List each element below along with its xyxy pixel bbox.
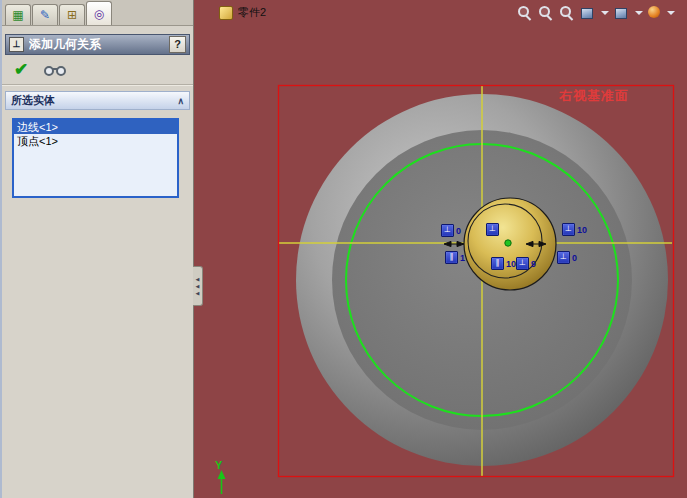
collapse-arrows-icon: ◀ ◀ ◀ [196, 276, 200, 297]
section-header-label: 所选实体 [11, 93, 55, 108]
selected-entities-header[interactable]: 所选实体 ∧ [5, 91, 190, 110]
list-item[interactable]: 顶点<1> [14, 134, 177, 148]
relation-marker[interactable]: ∥10 [491, 257, 516, 270]
zoom-area-icon[interactable] [537, 4, 554, 21]
display-style-caret[interactable] [634, 4, 643, 21]
chevron-up-icon[interactable]: ∧ [177, 96, 184, 106]
axis-y-arrow-icon [217, 470, 227, 496]
datum-plane-label[interactable]: 右视基准面 [559, 87, 629, 105]
dimension-value: 9 [531, 259, 536, 269]
display-style-icon[interactable] [613, 4, 630, 21]
configuration-tab-icon: ⊞ [67, 9, 77, 21]
panel-collapse-handle[interactable]: ◀ ◀ ◀ [193, 266, 203, 306]
relation-glyph-icon: ⊥ [441, 224, 454, 237]
relation-marker[interactable]: ⊥10 [562, 223, 587, 236]
zoom-fit-icon[interactable] [558, 4, 575, 21]
relation-glyph-icon: ∥ [491, 257, 504, 270]
relation-marker[interactable]: ⊥0 [441, 224, 461, 237]
relation-markers: ⊥0⊥10∥1⊥0∥10⊥9⊥ [194, 0, 687, 498]
graphics-area[interactable]: 零件2 右视基准面 ⊥0⊥10∥1⊥0∥10⊥9⊥ Y [194, 0, 687, 498]
relation-marker[interactable]: ∥1 [445, 251, 465, 264]
apply-scene-icon[interactable] [647, 4, 662, 21]
property-manager-tab-icon: ◎ [94, 8, 104, 20]
dimension-value: 1 [460, 253, 465, 263]
part-icon [219, 6, 233, 20]
ok-button[interactable]: ✔ [14, 62, 28, 78]
relation-glyph-icon: ⊥ [486, 223, 499, 236]
panel-tab[interactable]: ▦ [5, 4, 31, 25]
panel-tab-strip: ▦✎⊞◎ [2, 0, 193, 26]
add-relation-icon: ⊥ [9, 37, 24, 52]
help-button[interactable]: ? [169, 36, 186, 53]
dimension-value: 0 [456, 226, 461, 236]
panel-tab[interactable]: ⊞ [59, 4, 85, 25]
view-orientation-caret[interactable] [600, 4, 609, 21]
panel-tab[interactable]: ◎ [86, 1, 112, 25]
property-manager-actions: ✔ [2, 55, 193, 85]
relation-marker[interactable]: ⊥ [486, 223, 501, 236]
relation-glyph-icon: ∥ [445, 251, 458, 264]
sketch-tab-icon: ✎ [40, 9, 50, 21]
panel-tab[interactable]: ✎ [32, 4, 58, 25]
relation-marker[interactable]: ⊥9 [516, 257, 536, 270]
relation-glyph-icon: ⊥ [557, 251, 570, 264]
view-orientation-icon[interactable] [579, 4, 596, 21]
selected-entities-list[interactable]: 边线<1>顶点<1> [12, 118, 179, 198]
property-manager-title-bar: ⊥ 添加几何关系 ? [5, 34, 190, 55]
solidworks-window: ▦✎⊞◎ ⊥ 添加几何关系 ? ✔ 所选实体 ∧ 边线<1>顶点<1> ◀ ◀ … [0, 0, 687, 498]
apply-scene-caret[interactable] [666, 4, 675, 21]
relation-glyph-icon: ⊥ [562, 223, 575, 236]
feature-manager-tab-icon: ▦ [12, 9, 23, 21]
document-name: 零件2 [238, 5, 266, 20]
relation-glyph-icon: ⊥ [516, 257, 529, 270]
dimension-value: 10 [506, 259, 516, 269]
eyeglasses-icon[interactable] [44, 64, 65, 76]
zoom-in-out-icon[interactable] [516, 4, 533, 21]
panel-title: 添加几何关系 [29, 36, 169, 53]
property-manager-panel: ▦✎⊞◎ ⊥ 添加几何关系 ? ✔ 所选实体 ∧ 边线<1>顶点<1> [2, 0, 194, 498]
dimension-value: 10 [577, 225, 587, 235]
heads-up-view-toolbar [512, 4, 675, 21]
relation-marker[interactable]: ⊥0 [557, 251, 577, 264]
dimension-value: 0 [572, 253, 577, 263]
list-item[interactable]: 边线<1> [14, 120, 177, 134]
document-label: 零件2 [219, 5, 266, 20]
